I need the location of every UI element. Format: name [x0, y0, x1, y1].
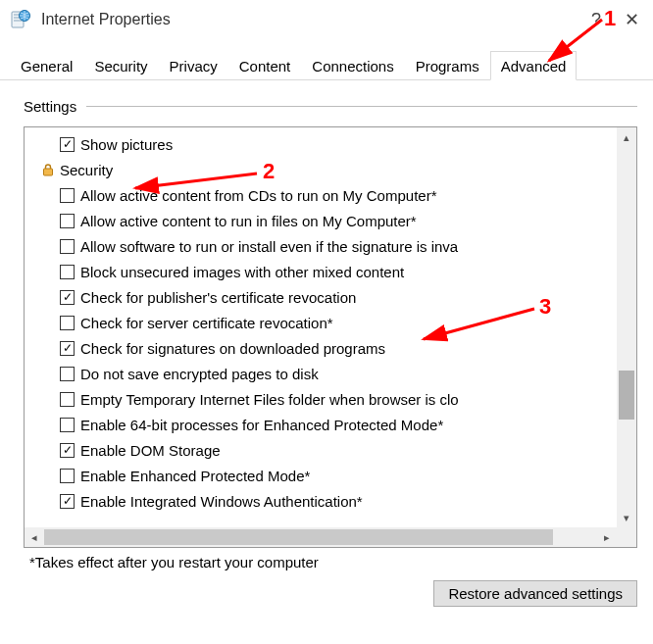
scroll-right-icon[interactable]: ▸: [597, 527, 617, 547]
setting-item[interactable]: Enable Enhanced Protected Mode*: [25, 463, 617, 488]
setting-label: Check for server certificate revocation*: [80, 315, 333, 331]
setting-show-pictures[interactable]: Show pictures: [25, 131, 617, 157]
checkbox-icon[interactable]: [60, 265, 75, 279]
checkbox-icon[interactable]: [60, 469, 75, 483]
tab-programs[interactable]: Programs: [405, 51, 490, 79]
tab-general[interactable]: General: [10, 51, 83, 79]
setting-label: Allow active content from CDs to run on …: [80, 187, 436, 204]
checkbox-icon[interactable]: [60, 494, 75, 509]
checkbox-icon[interactable]: [60, 239, 75, 254]
vscroll-track[interactable]: [617, 147, 636, 508]
setting-item[interactable]: Enable Integrated Windows Authentication…: [25, 488, 617, 514]
setting-label: Allow software to run or install even if…: [80, 238, 458, 255]
restore-row: Restore advanced settings: [24, 580, 637, 607]
help-button[interactable]: ?: [578, 2, 614, 37]
setting-item[interactable]: Allow active content to run in files on …: [25, 208, 617, 233]
checkbox-icon[interactable]: [60, 341, 75, 356]
setting-label: Enable 64-bit processes for Enhanced Pro…: [80, 417, 443, 433]
vertical-scrollbar[interactable]: ▴ ▾: [617, 127, 636, 527]
setting-label: Empty Temporary Internet Files folder wh…: [80, 391, 459, 408]
checkbox-icon[interactable]: [60, 418, 75, 432]
setting-item[interactable]: Allow active content from CDs to run on …: [25, 182, 617, 208]
setting-item[interactable]: Do not save encrypted pages to disk: [25, 361, 617, 386]
setting-label: Block unsecured images with other mixed …: [80, 264, 404, 280]
horizontal-scrollbar[interactable]: ◂ ▸: [25, 527, 617, 547]
svg-rect-5: [44, 169, 53, 175]
tab-content[interactable]: Content: [228, 51, 302, 79]
checkbox-icon[interactable]: [60, 316, 75, 330]
advanced-panel: Settings Show pictures Security Allow ac…: [0, 80, 653, 617]
scrollbar-corner: [617, 527, 636, 547]
checkbox-icon[interactable]: [60, 392, 75, 407]
setting-item[interactable]: Empty Temporary Internet Files folder wh…: [25, 386, 617, 412]
setting-item[interactable]: Check for publisher's certificate revoca…: [25, 284, 617, 310]
scroll-up-icon[interactable]: ▴: [617, 127, 636, 147]
setting-label: Enable Enhanced Protected Mode*: [80, 468, 310, 484]
restart-note: *Takes effect after you restart your com…: [29, 554, 637, 570]
setting-label: Check for signatures on downloaded progr…: [80, 340, 385, 357]
setting-label: Allow active content to run in files on …: [80, 213, 417, 229]
hscroll-thumb[interactable]: [44, 529, 553, 545]
vscroll-thumb[interactable]: [619, 371, 634, 420]
settings-section-header: Settings: [24, 98, 637, 115]
settings-tree[interactable]: Show pictures Security Allow active cont…: [24, 126, 637, 548]
checkbox-icon[interactable]: [60, 137, 75, 152]
window-title: Internet Properties: [41, 11, 578, 28]
internet-options-icon: [10, 9, 31, 30]
category-security[interactable]: Security: [25, 157, 617, 182]
setting-item[interactable]: Allow software to run or install even if…: [25, 233, 617, 259]
setting-label: Enable Integrated Windows Authentication…: [80, 493, 363, 510]
setting-item[interactable]: Check for signatures on downloaded progr…: [25, 335, 617, 361]
setting-check-server-cert-revocation[interactable]: Check for server certificate revocation*: [25, 310, 617, 335]
setting-item[interactable]: Enable 64-bit processes for Enhanced Pro…: [25, 412, 617, 437]
restore-advanced-settings-button[interactable]: Restore advanced settings: [433, 580, 637, 607]
setting-label: Show pictures: [80, 136, 173, 153]
setting-label: Enable DOM Storage: [80, 442, 221, 459]
tab-advanced[interactable]: Advanced: [490, 51, 578, 80]
setting-item[interactable]: Enable DOM Storage: [25, 437, 617, 463]
tab-strip: General Security Privacy Content Connect…: [0, 47, 653, 80]
setting-label: Do not save encrypted pages to disk: [80, 366, 319, 382]
lock-icon: [40, 162, 56, 177]
setting-item[interactable]: Block unsecured images with other mixed …: [25, 259, 617, 284]
title-bar: Internet Properties ? ✕: [0, 0, 653, 39]
tab-connections[interactable]: Connections: [301, 51, 404, 79]
header-rule: [86, 106, 637, 107]
settings-tree-inner: Show pictures Security Allow active cont…: [25, 127, 617, 514]
tab-security[interactable]: Security: [83, 51, 158, 79]
checkbox-icon[interactable]: [60, 290, 75, 305]
checkbox-icon[interactable]: [60, 367, 75, 381]
tab-privacy[interactable]: Privacy: [159, 51, 228, 79]
checkbox-icon[interactable]: [60, 188, 75, 203]
category-label: Security: [60, 162, 113, 178]
setting-label: Check for publisher's certificate revoca…: [80, 289, 356, 306]
scroll-left-icon[interactable]: ◂: [25, 527, 44, 547]
checkbox-icon[interactable]: [60, 443, 75, 458]
scroll-down-icon[interactable]: ▾: [617, 508, 636, 527]
settings-label: Settings: [24, 98, 86, 115]
close-button[interactable]: ✕: [614, 2, 649, 37]
hscroll-track[interactable]: [44, 527, 597, 547]
checkbox-icon[interactable]: [60, 214, 75, 228]
